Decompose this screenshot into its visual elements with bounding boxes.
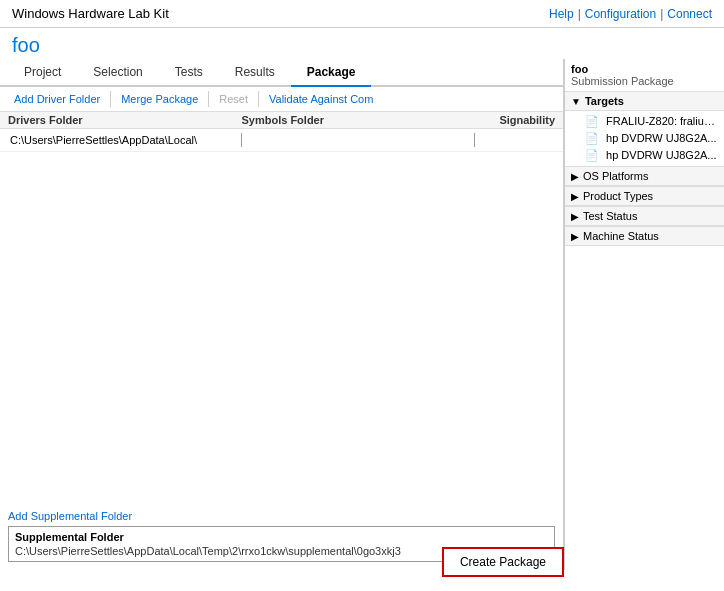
target-icon-3: 📄 xyxy=(585,149,599,161)
supplemental-folder-label: Supplemental Folder xyxy=(15,531,548,543)
content-area xyxy=(0,152,563,502)
product-types-expand-icon: ▶ xyxy=(571,191,579,202)
validate-button[interactable]: Validate Against Com xyxy=(263,91,379,107)
merge-package-button[interactable]: Merge Package xyxy=(115,91,204,107)
tab-project[interactable]: Project xyxy=(8,59,77,87)
header-links: Help | Configuration | Connect xyxy=(549,7,712,21)
targets-header[interactable]: ▼ Targets xyxy=(565,92,724,111)
right-panel-title: foo xyxy=(565,59,724,75)
main-container: Project Selection Tests Results Package … xyxy=(0,59,724,570)
os-platforms-header[interactable]: ▶ OS Platforms xyxy=(565,166,724,186)
tab-results[interactable]: Results xyxy=(219,59,291,87)
header: Windows Hardware Lab Kit Help | Configur… xyxy=(0,0,724,28)
separator-2: | xyxy=(660,7,663,21)
toolbar-sep-2 xyxy=(208,91,209,107)
configuration-link[interactable]: Configuration xyxy=(585,7,656,21)
symbols-path-cell xyxy=(242,133,476,147)
driver-folder-input[interactable] xyxy=(8,133,242,147)
table-header: Drivers Folder Symbols Folder Signabilit… xyxy=(0,112,563,129)
product-types-header[interactable]: ▶ Product Types xyxy=(565,186,724,206)
toolbar-sep-1 xyxy=(110,91,111,107)
col-signability-label: Signability xyxy=(475,114,555,126)
connect-link[interactable]: Connect xyxy=(667,7,712,21)
create-package-button[interactable]: Create Package xyxy=(442,547,564,577)
toolbar: Add Driver Folder Merge Package Reset Va… xyxy=(0,87,563,112)
add-driver-folder-button[interactable]: Add Driver Folder xyxy=(8,91,106,107)
help-link[interactable]: Help xyxy=(549,7,574,21)
machine-status-label: Machine Status xyxy=(583,230,659,242)
product-types-label: Product Types xyxy=(583,190,653,202)
tab-tests[interactable]: Tests xyxy=(159,59,219,87)
separator-1: | xyxy=(578,7,581,21)
driver-path-cell xyxy=(8,133,242,147)
target-label-3: hp DVDRW UJ8G2A... xyxy=(606,149,716,161)
os-platforms-label: OS Platforms xyxy=(583,170,648,182)
targets-section: ▼ Targets 📄 FRALIU-Z820: fralius... 📄 hp… xyxy=(565,91,724,166)
machine-status-expand-icon: ▶ xyxy=(571,231,579,242)
list-item: 📄 hp DVDRW UJ8G2A... xyxy=(579,130,724,147)
table-row xyxy=(0,129,563,152)
target-icon-2: 📄 xyxy=(585,132,599,144)
test-status-expand-icon: ▶ xyxy=(571,211,579,222)
machine-status-header[interactable]: ▶ Machine Status xyxy=(565,226,724,246)
targets-items: 📄 FRALIU-Z820: fralius... 📄 hp DVDRW UJ8… xyxy=(565,111,724,166)
app-title: Windows Hardware Lab Kit xyxy=(12,6,169,21)
add-supplemental-folder-button[interactable]: Add Supplemental Folder xyxy=(8,510,555,522)
nav-tabs: Project Selection Tests Results Package xyxy=(0,59,563,87)
left-panel: Project Selection Tests Results Package … xyxy=(0,59,564,570)
reset-button[interactable]: Reset xyxy=(213,91,254,107)
targets-expand-icon: ▼ xyxy=(571,96,581,107)
tab-package[interactable]: Package xyxy=(291,59,372,87)
target-label-1: FRALIU-Z820: fralius... xyxy=(606,115,718,127)
right-panel-subtitle: Submission Package xyxy=(565,75,724,91)
col-symbols-label: Symbols Folder xyxy=(242,114,476,126)
symbols-folder-input[interactable] xyxy=(242,133,476,147)
tab-selection[interactable]: Selection xyxy=(77,59,158,87)
right-panel: foo Submission Package ▼ Targets 📄 FRALI… xyxy=(564,59,724,570)
toolbar-sep-3 xyxy=(258,91,259,107)
target-label-2: hp DVDRW UJ8G2A... xyxy=(606,132,716,144)
target-icon-1: 📄 xyxy=(585,115,599,127)
col-drivers-label: Drivers Folder xyxy=(8,114,242,126)
test-status-header[interactable]: ▶ Test Status xyxy=(565,206,724,226)
list-item: 📄 hp DVDRW UJ8G2A... xyxy=(579,147,724,164)
os-platforms-expand-icon: ▶ xyxy=(571,171,579,182)
app-name: foo xyxy=(0,28,724,59)
list-item: 📄 FRALIU-Z820: fralius... xyxy=(579,113,724,130)
test-status-label: Test Status xyxy=(583,210,637,222)
targets-label: Targets xyxy=(585,95,624,107)
